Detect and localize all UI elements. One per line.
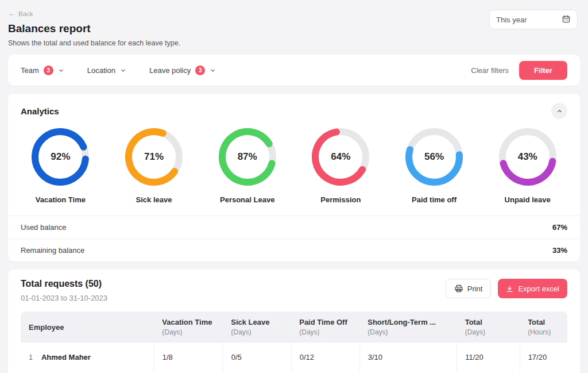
- employee-name: Ahmed Maher: [41, 353, 91, 362]
- donut-chart: 92%: [32, 128, 89, 186]
- filter-leave-policy-badge: 3: [195, 66, 205, 75]
- filter-actions: Clear filters Filter: [471, 61, 567, 80]
- filter-leave-policy-label: Leave policy: [149, 66, 191, 75]
- requests-title-block: Total requests (50) 01-01-2023 to 31-10-…: [21, 279, 107, 302]
- column-label: Paid Time Off: [299, 318, 351, 326]
- download-icon: [506, 285, 513, 293]
- donut-label: Unpaid leave: [505, 195, 551, 204]
- column-unit: (Hours): [528, 328, 559, 336]
- donut-label: Sick leave: [136, 195, 172, 204]
- balance-cell: 17/20: [520, 343, 567, 372]
- donut-chart: 71%: [125, 128, 183, 186]
- donut-chart: 87%: [219, 128, 276, 186]
- balance-cell: 0/12: [291, 343, 359, 372]
- filter-location-label: Location: [87, 66, 115, 75]
- donut-label: Permission: [320, 195, 361, 204]
- chevron-down-icon: [120, 67, 126, 74]
- filter-team-label: Team: [21, 66, 39, 75]
- column-unit: (Days): [465, 328, 512, 336]
- table-body: 1Ahmed Maher1/80/50/123/1011/2017/20: [21, 343, 567, 372]
- balance-cell: 0/5: [223, 343, 291, 372]
- analytics-card: Analytics 92%Vacation Time71%Sick leave8…: [8, 94, 580, 262]
- donut-percentage: 64%: [312, 128, 369, 186]
- filter-bar: Team 3 Location Leave policy 3 Clear fil…: [8, 55, 580, 86]
- date-range-select[interactable]: This year: [489, 10, 578, 29]
- used-balance-label: Used balance: [21, 223, 67, 232]
- donut-row: 92%Vacation Time71%Sick leave87%Personal…: [8, 119, 580, 216]
- column-header: Paid Time Off(Days): [291, 312, 359, 343]
- filter-button[interactable]: Filter: [519, 61, 567, 80]
- donut-personal-leave: 87%Personal Leave: [200, 128, 294, 204]
- requests-actions: Print Export excel: [446, 279, 567, 298]
- donut-permission: 64%Permission: [294, 128, 388, 204]
- printer-icon: [454, 284, 463, 293]
- balances-report-page: ← Back Balances report Shows the total a…: [0, 0, 588, 373]
- donut-label: Vacation Time: [36, 195, 86, 204]
- donut-chart: 64%: [312, 128, 369, 186]
- export-excel-label: Export excel: [518, 284, 559, 293]
- column-header: Vacation Time(Days): [154, 312, 223, 343]
- page-subtitle: Shows the total and used balance for eac…: [8, 39, 580, 47]
- column-header: Total(Hours): [520, 312, 567, 343]
- table-row[interactable]: 1Ahmed Maher1/80/50/123/1011/2017/20: [21, 343, 567, 372]
- donut-label: Personal Leave: [220, 195, 274, 204]
- donut-percentage: 43%: [499, 128, 556, 186]
- print-button[interactable]: Print: [446, 279, 492, 298]
- remaining-balance-row: Remaining balance 33%: [8, 239, 580, 262]
- remaining-balance-value: 33%: [552, 246, 567, 255]
- requests-table: EmployeeVacation Time(Days)Sick Leave(Da…: [21, 312, 567, 372]
- donut-percentage: 87%: [219, 128, 276, 186]
- column-unit: (Days): [231, 328, 283, 336]
- column-label: Total: [465, 318, 512, 326]
- donut-vacation-time: 92%Vacation Time: [14, 128, 107, 204]
- donut-unpaid-leave: 43%Unpaid leave: [481, 128, 574, 204]
- column-label: Total: [528, 318, 559, 326]
- donut-percentage: 71%: [125, 128, 183, 186]
- back-arrow-icon: ←: [8, 10, 16, 17]
- collapse-button[interactable]: [551, 103, 567, 119]
- column-label: Sick Leave: [231, 318, 283, 326]
- column-unit: (Days): [368, 328, 448, 336]
- back-label: Back: [18, 10, 33, 17]
- print-label: Print: [467, 284, 483, 293]
- filter-team-badge: 3: [44, 66, 53, 75]
- used-balance-row: Used balance 67%: [8, 216, 580, 239]
- donut-percentage: 56%: [405, 128, 463, 186]
- chevron-down-icon: [210, 67, 216, 74]
- requests-header: Total requests (50) 01-01-2023 to 31-10-…: [21, 279, 567, 302]
- employee-cell: 1Ahmed Maher: [21, 343, 154, 372]
- used-balance-value: 67%: [552, 223, 567, 232]
- chevron-up-icon: [556, 108, 563, 114]
- requests-date-range: 01-01-2023 to 31-10-2023: [21, 294, 107, 302]
- column-unit: (Days): [162, 328, 215, 336]
- balance-cell: 3/10: [359, 343, 457, 372]
- analytics-header: Analytics: [8, 103, 580, 119]
- donut-sick-leave: 71%Sick leave: [107, 128, 201, 204]
- table-header: EmployeeVacation Time(Days)Sick Leave(Da…: [21, 312, 567, 343]
- requests-title: Total requests (50): [21, 279, 107, 289]
- column-header: Short/Long-Term ...(Days): [359, 312, 457, 343]
- filter-location[interactable]: Location: [87, 66, 126, 75]
- column-unit: (Days): [299, 328, 351, 336]
- donut-chart: 43%: [499, 128, 556, 186]
- back-link[interactable]: ← Back: [8, 10, 33, 17]
- column-header: Employee: [21, 312, 154, 343]
- remaining-balance-label: Remaining balance: [21, 246, 84, 255]
- donut-label: Paid time off: [412, 195, 457, 204]
- page-header: ← Back Balances report Shows the total a…: [8, 8, 580, 47]
- balance-cell: 11/20: [457, 343, 520, 372]
- donut-chart: 56%: [405, 128, 463, 186]
- table-header-row: EmployeeVacation Time(Days)Sick Leave(Da…: [21, 312, 567, 343]
- calendar-icon: [562, 14, 571, 25]
- clear-filters-link[interactable]: Clear filters: [471, 66, 509, 75]
- filter-leave-policy[interactable]: Leave policy 3: [149, 66, 216, 75]
- export-excel-button[interactable]: Export excel: [498, 279, 567, 298]
- analytics-title: Analytics: [21, 106, 59, 116]
- column-label: Short/Long-Term ...: [368, 318, 448, 326]
- column-header: Sick Leave(Days): [223, 312, 291, 343]
- column-header: Total(Days): [457, 312, 520, 343]
- filter-team[interactable]: Team 3: [21, 66, 64, 75]
- column-label: Vacation Time: [162, 318, 215, 326]
- row-index: 1: [29, 353, 33, 362]
- donut-paid-time-off: 56%Paid time off: [388, 128, 481, 204]
